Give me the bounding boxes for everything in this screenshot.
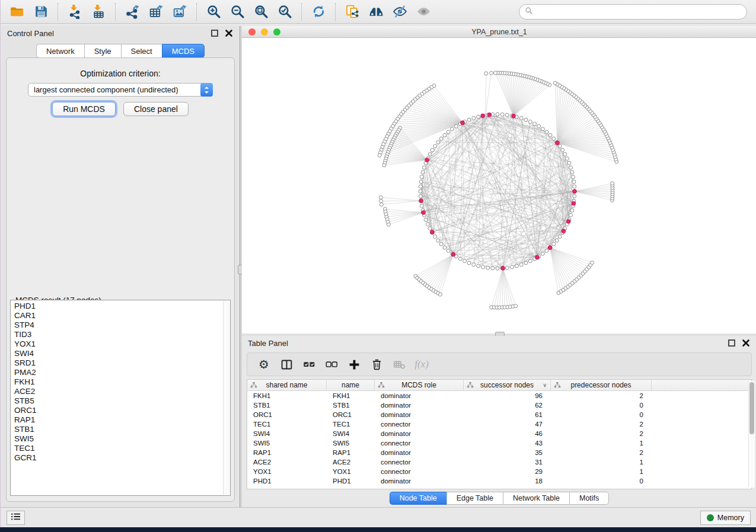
refresh-button[interactable] [307, 2, 330, 21]
cell-predecessor-nodes: 2 [551, 429, 652, 438]
mcds-result-item[interactable]: ACE2 [12, 387, 223, 396]
import-network-button[interactable] [63, 2, 87, 21]
cell-shared-name: RAP1 [247, 448, 327, 457]
cell-predecessor-nodes: 2 [551, 391, 652, 400]
column-header-successor-nodes[interactable]: successor nodes∨ [464, 380, 551, 390]
table-row[interactable]: ORC1ORC1dominator610 [247, 410, 751, 419]
optimization-criterion-select[interactable]: largest connected component (undirected) [28, 83, 213, 97]
mcds-result-list[interactable]: PHD1CAR1STP4TID3YOX1SWI4SRD1PMA2FKH1ACE2… [12, 302, 223, 494]
table-row[interactable]: PHD1PHD1dominator180 [247, 476, 751, 486]
search-input[interactable] [533, 6, 747, 18]
hide-selected-button[interactable] [388, 2, 412, 21]
deselect-all-button[interactable] [323, 356, 340, 373]
network-canvas[interactable] [242, 38, 756, 334]
mcds-result-item[interactable]: SWI5 [12, 434, 223, 444]
export-network-button[interactable] [120, 2, 144, 21]
network-graph[interactable] [242, 38, 756, 334]
tab-select[interactable]: Select [121, 44, 162, 58]
cell-shared-name: PHD1 [247, 476, 327, 486]
mcds-result-item[interactable]: RAP1 [12, 415, 223, 425]
float-table-panel-icon[interactable] [727, 338, 736, 348]
tab-mcds[interactable]: MCDS [162, 44, 205, 58]
tab-style[interactable]: Style [84, 44, 121, 58]
tab-edge-table[interactable]: Edge Table [446, 492, 503, 505]
tab-motifs[interactable]: Motifs [569, 492, 609, 505]
memory-button[interactable]: Memory [700, 511, 751, 525]
function-builder-icon: f(x) [414, 358, 429, 370]
save-session-button[interactable] [29, 2, 53, 21]
settings-button[interactable]: ⚙ [256, 356, 272, 373]
mcds-result-item[interactable]: CAR1 [12, 311, 223, 321]
table-row[interactable]: TEC1TEC1connector472 [247, 419, 751, 429]
column-header-shared-name[interactable]: shared name [247, 380, 327, 390]
table-row[interactable]: SWI4SWI4dominator462 [247, 429, 751, 438]
table-row[interactable]: STB1STB1dominator620 [247, 400, 751, 410]
column-header-predecessor-nodes[interactable]: predecessor nodes [551, 380, 652, 390]
show-all-button[interactable] [412, 2, 435, 21]
cell-MCDS-role: dominator [375, 391, 464, 400]
cell-successor-nodes: 43 [464, 438, 551, 448]
mcds-result-item[interactable]: PHD1 [12, 302, 223, 311]
cell-MCDS-role: connector [375, 467, 464, 476]
table-scrollbar[interactable] [748, 381, 755, 488]
toolbar-separator [196, 3, 197, 21]
mcds-result-item[interactable]: STB1 [12, 425, 223, 434]
network-window-titlebar: YPA_prune.txt_1 [242, 26, 756, 38]
zoom-fit-button[interactable] [249, 2, 273, 21]
table-row[interactable]: SWI5SWI5connector431 [247, 438, 751, 448]
zoom-selected-button[interactable] [273, 2, 296, 21]
zoom-in-button[interactable] [202, 2, 225, 21]
float-panel-icon[interactable] [210, 28, 219, 38]
add-column-button[interactable] [346, 356, 362, 373]
mcds-result-item[interactable]: ORC1 [12, 406, 223, 415]
node-table: shared namenameMCDS rolesuccessor nodes∨… [247, 379, 752, 489]
mcds-result-item[interactable]: TEC1 [12, 444, 223, 453]
first-neighbors-button[interactable] [364, 2, 388, 21]
delete-column-button[interactable] [368, 356, 385, 373]
zoom-out-button[interactable] [225, 2, 249, 21]
split-panel-icon [280, 358, 293, 371]
cell-predecessor-nodes: 1 [551, 467, 652, 476]
import-table-icon [91, 4, 106, 19]
run-mcds-button[interactable]: Run MCDS [52, 102, 116, 116]
column-header-name[interactable]: name [327, 380, 375, 390]
cell-shared-name: FKH1 [247, 391, 327, 400]
mcds-result-item[interactable]: STB5 [12, 396, 223, 406]
table-row[interactable]: RAP1RAP1dominator352 [247, 448, 751, 457]
result-list-scrollbar[interactable] [223, 301, 229, 495]
select-all-button[interactable] [301, 356, 317, 373]
mcds-result-item[interactable]: SWI4 [12, 349, 223, 358]
select-all-icon [303, 358, 315, 371]
mcds-result-item[interactable]: PMA2 [12, 368, 223, 377]
table-row[interactable]: FKH1FKH1dominator962 [247, 391, 751, 400]
tab-network[interactable]: Network [36, 44, 84, 58]
table-row[interactable]: YOX1YOX1connector291 [247, 467, 751, 476]
split-panel-button[interactable] [278, 356, 295, 373]
table-scrollbar-thumb[interactable] [749, 382, 754, 434]
search-box[interactable] [519, 4, 747, 20]
mcds-result-item[interactable]: GCR1 [12, 453, 223, 463]
mcds-result-item[interactable]: SRD1 [12, 358, 223, 368]
import-table-button[interactable] [87, 2, 110, 21]
mcds-result-item[interactable]: YOX1 [12, 339, 223, 349]
close-panel-button[interactable]: Close panel [123, 102, 189, 116]
clone-network-button[interactable] [340, 2, 364, 21]
export-image-icon [173, 4, 187, 19]
cell-predecessor-nodes: 0 [551, 476, 652, 486]
close-table-panel-icon[interactable] [741, 338, 751, 348]
export-image-button[interactable] [168, 2, 192, 21]
export-table-button[interactable] [144, 2, 168, 21]
open-file-button[interactable] [5, 2, 29, 21]
tab-network-table[interactable]: Network Table [503, 492, 569, 505]
mcds-result-item[interactable]: TID3 [12, 330, 223, 339]
first-neighbors-icon [369, 4, 384, 19]
table-row[interactable]: ACE2ACE2connector311 [247, 457, 751, 467]
close-panel-icon[interactable] [224, 28, 234, 38]
cell-successor-nodes: 31 [464, 457, 551, 467]
tab-node-table[interactable]: Node Table [390, 492, 446, 505]
column-header-MCDS-role[interactable]: MCDS role [375, 380, 464, 390]
mcds-result-item[interactable]: STP4 [12, 321, 223, 330]
delete-column-icon [371, 358, 383, 371]
mcds-result-item[interactable]: FKH1 [12, 377, 223, 387]
task-history-button[interactable] [7, 511, 25, 525]
